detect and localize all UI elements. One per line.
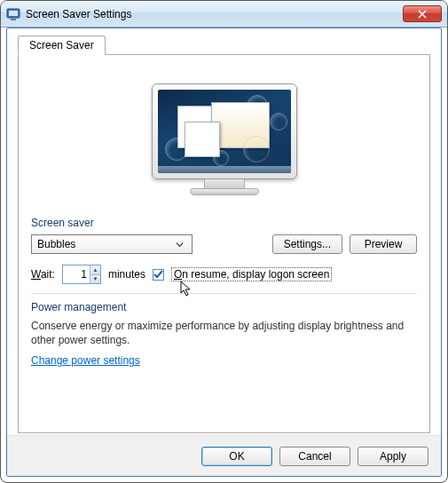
wait-spin-up[interactable]: ▲: [90, 265, 100, 274]
tab-screen-saver[interactable]: Screen Saver: [18, 36, 106, 55]
tab-panel: Screen saver Bubbles Settings... Preview…: [18, 54, 430, 433]
screensaver-preview: [31, 66, 417, 217]
preview-button[interactable]: Preview: [350, 234, 417, 254]
settings-button[interactable]: Settings...: [272, 234, 342, 254]
power-description: Conserve energy or maximize performance …: [31, 319, 417, 347]
power-group-label: Power management: [31, 301, 417, 313]
app-icon: [6, 7, 20, 21]
change-power-settings-link[interactable]: Change power settings: [31, 354, 140, 367]
tab-strip: Screen Saver: [18, 36, 430, 55]
cancel-button[interactable]: Cancel: [279, 447, 350, 466]
wait-label: Wait:: [31, 268, 55, 281]
screensaver-selected-value: Bubbles: [37, 238, 75, 250]
wait-input[interactable]: [63, 265, 90, 283]
screensaver-group-label: Screen saver: [31, 217, 417, 229]
window-title: Screen Saver Settings: [26, 8, 403, 20]
close-button[interactable]: [403, 5, 442, 22]
svg-rect-2: [11, 19, 16, 20]
ok-button[interactable]: OK: [201, 447, 272, 466]
svg-rect-1: [9, 11, 18, 16]
apply-button[interactable]: Apply: [358, 447, 428, 466]
wait-unit: minutes: [108, 268, 145, 281]
content-area: Screen Saver: [6, 28, 442, 477]
wait-spinner[interactable]: ▲ ▼: [62, 265, 101, 284]
resume-checkbox[interactable]: [153, 269, 164, 281]
chevron-down-icon: [173, 238, 186, 251]
wait-spin-down[interactable]: ▼: [90, 274, 100, 284]
divider: [31, 293, 417, 294]
dialog-button-bar: OK Cancel Apply: [7, 435, 441, 476]
screen-saver-settings-window: Screen Saver Settings Screen Saver: [0, 0, 448, 483]
screensaver-select[interactable]: Bubbles: [31, 234, 193, 254]
titlebar: Screen Saver Settings: [1, 1, 447, 28]
cursor-icon: [180, 281, 194, 298]
resume-checkbox-label[interactable]: On resume, display logon screen: [171, 267, 332, 281]
